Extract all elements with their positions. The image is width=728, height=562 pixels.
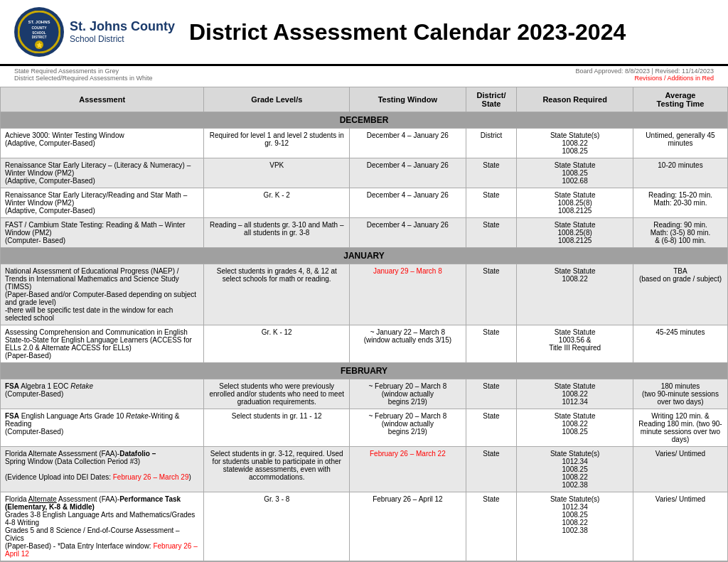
sub-header-right: Board Approved: 8/8/2023 | Revised: 11/1… <box>576 67 714 82</box>
window-cell: December 4 – January 26 <box>350 158 466 188</box>
table-row: FSA English Language Arts Grade 10 Retak… <box>1 409 728 447</box>
avg-time-cell: Reading: 90 min.Math: (3-5) 80 min.& (6-… <box>633 218 727 248</box>
sub-left-line2: District Selected/Required Assessments i… <box>14 75 153 82</box>
assessment-calendar-table: Assessment Grade Level/s Testing Window … <box>0 87 728 561</box>
grade-cell: Reading – all students gr. 3-10 and Math… <box>204 218 350 248</box>
district-state-cell: State <box>466 492 517 561</box>
avg-time-cell: Untimed, generally 45 minutes <box>633 129 727 158</box>
svg-text:SCHOOL: SCHOOL <box>32 31 46 35</box>
reason-cell: State Statute1008.25(8)1008.2125 <box>517 188 633 218</box>
district-state-cell: State <box>466 158 517 188</box>
page-header: ST. JOHNS COUNTY SCHOOL DISTRICT ⭐ St. J… <box>0 0 728 66</box>
window-cell: December 4 – January 26 <box>350 129 466 158</box>
table-row: Renaissance Star Early Literacy/Reading … <box>1 188 728 218</box>
window-cell: ~ January 22 – March 8(window actually e… <box>350 325 466 363</box>
district-state-cell: State <box>466 264 517 325</box>
district-state-cell: State <box>466 409 517 447</box>
assessment-cell: FSA English Language Arts Grade 10 Retak… <box>1 409 204 447</box>
logo-line1: St. Johns County <box>70 20 175 34</box>
school-logo: ST. JOHNS COUNTY SCHOOL DISTRICT ⭐ <box>14 7 64 57</box>
section-header-row: DECEMBER <box>1 112 728 129</box>
grade-cell: Gr. 3 - 8 <box>204 492 350 561</box>
page-title: District Assessment Calendar 2023-2024 <box>189 19 714 45</box>
logo-area: ST. JOHNS COUNTY SCHOOL DISTRICT ⭐ St. J… <box>14 7 175 57</box>
svg-text:⭐: ⭐ <box>36 42 43 48</box>
grade-cell: Select students who were previously enro… <box>204 379 350 409</box>
assessment-cell: Assessing Comprehension and Communicatio… <box>1 325 204 363</box>
logo-line2: School District <box>70 34 175 44</box>
district-state-cell: State <box>466 447 517 492</box>
sub-right-line1: Board Approved: 8/8/2023 | Revised: 11/1… <box>576 67 714 75</box>
assessment-cell: FSA Algebra 1 EOC Retake(Computer-Based) <box>1 379 204 409</box>
reason-cell: State Statute1008.22 <box>517 264 633 325</box>
reason-cell: State Statute1008.251002.68 <box>517 158 633 188</box>
window-cell: February 26 – March 22 <box>350 447 466 492</box>
col-header-reason: Reason Required <box>517 87 633 112</box>
avg-time-cell: Reading: 15-20 min.Math: 20-30 min. <box>633 188 727 218</box>
assessment-cell: Florida Alternate Assessment (FAA)-Dataf… <box>1 447 204 492</box>
section-header-row: JANUARY <box>1 248 728 264</box>
assessment-cell: Florida Alternate Assessment (FAA)-Perfo… <box>1 492 204 561</box>
table-row: Florida Alternate Assessment (FAA)-Perfo… <box>1 492 728 561</box>
district-state-cell: State <box>466 218 517 248</box>
table-row: FAST / Cambium State Testing: Reading & … <box>1 218 728 248</box>
reason-cell: State Statute1008.221008.25 <box>517 409 633 447</box>
svg-text:COUNTY: COUNTY <box>31 26 47 30</box>
district-state-cell: District <box>466 129 517 158</box>
assessment-cell: Renaissance Star Early Literacy/Reading … <box>1 188 204 218</box>
reason-cell: State Statute(s)1008.221008.25 <box>517 129 633 158</box>
window-cell: ~ February 20 – March 8(window actuallyb… <box>350 379 466 409</box>
table-row: National Assessment of Educational Progr… <box>1 264 728 325</box>
assessment-cell: FAST / Cambium State Testing: Reading & … <box>1 218 204 248</box>
logo-text: St. Johns County School District <box>70 20 175 44</box>
grade-cell: Select students in grades 4, 8, & 12 at … <box>204 264 350 325</box>
reason-cell: State Statute(s)1012.341008.251008.22100… <box>517 492 633 561</box>
table-row: Florida Alternate Assessment (FAA)-Dataf… <box>1 447 728 492</box>
col-header-window: Testing Window <box>350 87 466 112</box>
avg-time-cell: 180 minutes(two 90-minute sessions over … <box>633 379 727 409</box>
avg-time-cell: Varies/ Untimed <box>633 447 727 492</box>
col-header-avg: AverageTesting Time <box>633 87 727 112</box>
reason-cell: State Statute1008.221012.34 <box>517 379 633 409</box>
col-header-assessment: Assessment <box>1 87 204 112</box>
sub-header-left: State Required Assessments in Grey Distr… <box>14 67 153 82</box>
grade-cell: Gr. K - 2 <box>204 188 350 218</box>
window-cell: February 26 – April 12 <box>350 492 466 561</box>
svg-text:ST. JOHNS: ST. JOHNS <box>28 20 50 24</box>
district-state-cell: State <box>466 325 517 363</box>
reason-cell: State Statute1003.56 &Title III Required <box>517 325 633 363</box>
table-row: Assessing Comprehension and Communicatio… <box>1 325 728 363</box>
reason-cell: State Statute(s)1012.341008.251008.22100… <box>517 447 633 492</box>
svg-text:DISTRICT: DISTRICT <box>32 36 47 39</box>
assessment-cell: Renaissance Star Early Literacy – (Liter… <box>1 158 204 188</box>
window-cell: December 4 – January 26 <box>350 188 466 218</box>
assessment-cell: Achieve 3000: Winter Testing Window(Adap… <box>1 129 204 158</box>
table-row: FSA Algebra 1 EOC Retake(Computer-Based)… <box>1 379 728 409</box>
avg-time-cell: Writing 120 min. & Reading 180 min. (two… <box>633 409 727 447</box>
section-header-row: FEBRUARY <box>1 363 728 379</box>
table-header-row: Assessment Grade Level/s Testing Window … <box>1 87 728 112</box>
grade-cell: VPK <box>204 158 350 188</box>
sub-header: State Required Assessments in Grey Distr… <box>0 66 728 83</box>
table-row: Achieve 3000: Winter Testing Window(Adap… <box>1 129 728 158</box>
table-row: Renaissance Star Early Literacy – (Liter… <box>1 158 728 188</box>
avg-time-cell: 45-245 minutes <box>633 325 727 363</box>
avg-time-cell: 10-20 minutes <box>633 158 727 188</box>
district-state-cell: State <box>466 188 517 218</box>
sub-left-line1: State Required Assessments in Grey <box>14 67 153 75</box>
window-cell: December 4 – January 26 <box>350 218 466 248</box>
district-state-cell: State <box>466 379 517 409</box>
grade-cell: Gr. K - 12 <box>204 325 350 363</box>
grade-cell: Select students in gr. 3-12, required. U… <box>204 447 350 492</box>
window-cell: January 29 – March 8 <box>350 264 466 325</box>
sub-right-line2: Revisions / Additions in Red <box>576 75 714 82</box>
window-cell: ~ February 20 – March 8(window actuallyb… <box>350 409 466 447</box>
avg-time-cell: TBA(based on grade / subject) <box>633 264 727 325</box>
col-header-grade: Grade Level/s <box>204 87 350 112</box>
avg-time-cell: Varies/ Untimed <box>633 492 727 561</box>
assessment-cell: National Assessment of Educational Progr… <box>1 264 204 325</box>
grade-cell: Required for level 1 and level 2 student… <box>204 129 350 158</box>
reason-cell: State Statute1008.25(8)1008.2125 <box>517 218 633 248</box>
col-header-district: District/State <box>466 87 517 112</box>
grade-cell: Select students in gr. 11 - 12 <box>204 409 350 447</box>
